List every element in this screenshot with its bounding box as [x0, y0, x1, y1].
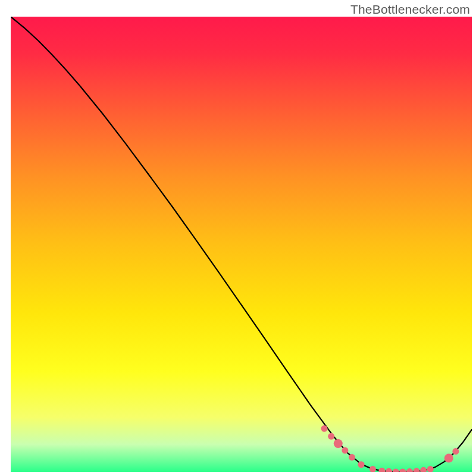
data-marker — [321, 425, 328, 432]
data-marker — [369, 466, 376, 472]
data-marker — [393, 469, 399, 475]
data-marker — [334, 439, 343, 448]
bottleneck-chart — [0, 0, 476, 476]
data-marker — [349, 454, 355, 461]
data-marker — [444, 454, 453, 463]
chart-container: TheBottlenecker.com — [0, 0, 476, 476]
data-marker — [358, 461, 365, 468]
data-marker — [342, 447, 348, 454]
data-marker — [427, 466, 434, 472]
data-marker — [406, 468, 413, 475]
data-marker — [452, 448, 459, 455]
data-marker — [386, 468, 392, 475]
data-marker — [328, 433, 334, 440]
data-marker — [414, 468, 420, 474]
data-marker — [420, 467, 427, 474]
data-marker — [378, 468, 385, 474]
data-marker — [399, 469, 406, 475]
